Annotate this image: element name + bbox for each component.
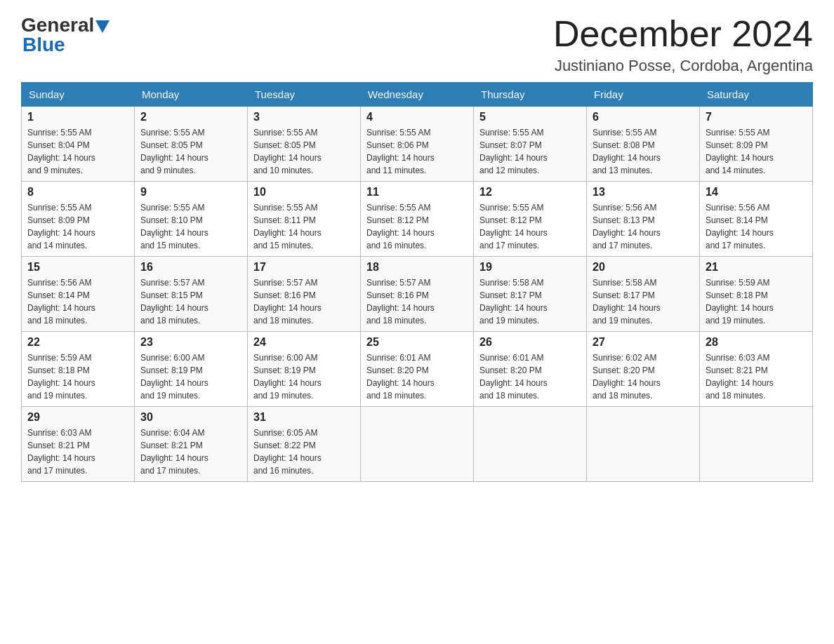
weekday-header-wednesday: Wednesday bbox=[361, 83, 474, 107]
day-number: 13 bbox=[593, 186, 694, 199]
day-number: 5 bbox=[479, 111, 581, 123]
weekday-header-tuesday: Tuesday bbox=[248, 83, 361, 107]
day-info: Sunrise: 5:58 AMSunset: 8:17 PMDaylight:… bbox=[593, 276, 694, 327]
logo-blue-text: Blue bbox=[22, 34, 65, 55]
day-number: 9 bbox=[140, 186, 241, 199]
day-info: Sunrise: 5:55 AMSunset: 8:10 PMDaylight:… bbox=[140, 201, 241, 252]
month-title: December 2024 bbox=[553, 14, 813, 54]
calendar-cell: 3Sunrise: 5:55 AMSunset: 8:05 PMDaylight… bbox=[248, 107, 361, 182]
calendar-cell bbox=[700, 407, 813, 482]
calendar-cell bbox=[474, 407, 587, 482]
calendar-cell: 20Sunrise: 5:58 AMSunset: 8:17 PMDayligh… bbox=[587, 257, 700, 332]
weekday-header-monday: Monday bbox=[135, 83, 248, 107]
calendar-cell: 6Sunrise: 5:55 AMSunset: 8:08 PMDaylight… bbox=[587, 107, 700, 182]
day-info: Sunrise: 5:55 AMSunset: 8:12 PMDaylight:… bbox=[366, 201, 468, 252]
day-info: Sunrise: 6:03 AMSunset: 8:21 PMDaylight:… bbox=[706, 351, 807, 402]
day-number: 25 bbox=[366, 336, 468, 349]
day-info: Sunrise: 5:57 AMSunset: 8:15 PMDaylight:… bbox=[140, 276, 241, 327]
day-number: 2 bbox=[140, 111, 241, 123]
day-info: Sunrise: 5:58 AMSunset: 8:17 PMDaylight:… bbox=[479, 276, 581, 327]
day-number: 29 bbox=[27, 411, 128, 424]
day-info: Sunrise: 5:55 AMSunset: 8:09 PMDaylight:… bbox=[706, 126, 807, 177]
calendar-table: SundayMondayTuesdayWednesdayThursdayFrid… bbox=[21, 82, 813, 482]
day-info: Sunrise: 5:55 AMSunset: 8:12 PMDaylight:… bbox=[479, 201, 581, 252]
logo-triangle-icon bbox=[95, 20, 110, 33]
calendar-week-row: 8Sunrise: 5:55 AMSunset: 8:09 PMDaylight… bbox=[22, 182, 813, 257]
day-number: 12 bbox=[479, 186, 581, 199]
day-number: 6 bbox=[593, 111, 694, 123]
day-number: 31 bbox=[253, 411, 355, 424]
calendar-cell: 15Sunrise: 5:56 AMSunset: 8:14 PMDayligh… bbox=[22, 257, 135, 332]
weekday-header-saturday: Saturday bbox=[700, 83, 813, 107]
calendar-header-row: SundayMondayTuesdayWednesdayThursdayFrid… bbox=[22, 83, 813, 107]
calendar-cell bbox=[587, 407, 700, 482]
calendar-cell: 30Sunrise: 6:04 AMSunset: 8:21 PMDayligh… bbox=[135, 407, 248, 482]
calendar-week-row: 29Sunrise: 6:03 AMSunset: 8:21 PMDayligh… bbox=[22, 407, 813, 482]
day-number: 11 bbox=[366, 186, 468, 199]
day-info: Sunrise: 6:03 AMSunset: 8:21 PMDaylight:… bbox=[27, 427, 128, 477]
calendar-cell: 10Sunrise: 5:55 AMSunset: 8:11 PMDayligh… bbox=[248, 182, 361, 257]
day-info: Sunrise: 6:01 AMSunset: 8:20 PMDaylight:… bbox=[479, 351, 581, 402]
calendar-cell: 16Sunrise: 5:57 AMSunset: 8:15 PMDayligh… bbox=[135, 257, 248, 332]
location-title: Justiniano Posse, Cordoba, Argentina bbox=[553, 57, 813, 75]
calendar-cell: 22Sunrise: 5:59 AMSunset: 8:18 PMDayligh… bbox=[22, 332, 135, 407]
calendar-cell: 23Sunrise: 6:00 AMSunset: 8:19 PMDayligh… bbox=[135, 332, 248, 407]
day-number: 24 bbox=[253, 336, 355, 349]
day-info: Sunrise: 5:55 AMSunset: 8:05 PMDaylight:… bbox=[140, 126, 241, 177]
day-info: Sunrise: 6:02 AMSunset: 8:20 PMDaylight:… bbox=[593, 351, 694, 402]
weekday-header-friday: Friday bbox=[587, 83, 700, 107]
day-info: Sunrise: 5:55 AMSunset: 8:07 PMDaylight:… bbox=[479, 126, 581, 177]
calendar-cell: 1Sunrise: 5:55 AMSunset: 8:04 PMDaylight… bbox=[22, 107, 135, 182]
day-info: Sunrise: 5:59 AMSunset: 8:18 PMDaylight:… bbox=[27, 351, 128, 402]
day-info: Sunrise: 5:55 AMSunset: 8:04 PMDaylight:… bbox=[27, 126, 128, 177]
title-area: December 2024 Justiniano Posse, Cordoba,… bbox=[553, 14, 813, 75]
day-number: 30 bbox=[140, 411, 241, 424]
calendar-cell: 18Sunrise: 5:57 AMSunset: 8:16 PMDayligh… bbox=[361, 257, 474, 332]
logo: General Blue bbox=[21, 14, 110, 56]
day-info: Sunrise: 5:56 AMSunset: 8:13 PMDaylight:… bbox=[593, 201, 694, 252]
calendar-cell: 31Sunrise: 6:05 AMSunset: 8:22 PMDayligh… bbox=[248, 407, 361, 482]
calendar-cell: 11Sunrise: 5:55 AMSunset: 8:12 PMDayligh… bbox=[361, 182, 474, 257]
calendar-cell: 29Sunrise: 6:03 AMSunset: 8:21 PMDayligh… bbox=[22, 407, 135, 482]
page-header: General Blue December 2024 Justiniano Po… bbox=[21, 14, 813, 75]
day-number: 27 bbox=[593, 336, 694, 349]
calendar-cell: 7Sunrise: 5:55 AMSunset: 8:09 PMDaylight… bbox=[700, 107, 813, 182]
calendar-cell: 13Sunrise: 5:56 AMSunset: 8:13 PMDayligh… bbox=[587, 182, 700, 257]
day-number: 8 bbox=[27, 186, 128, 199]
day-info: Sunrise: 6:01 AMSunset: 8:20 PMDaylight:… bbox=[366, 351, 468, 402]
calendar-week-row: 1Sunrise: 5:55 AMSunset: 8:04 PMDaylight… bbox=[22, 107, 813, 182]
day-number: 7 bbox=[706, 111, 807, 123]
day-info: Sunrise: 5:56 AMSunset: 8:14 PMDaylight:… bbox=[706, 201, 807, 252]
day-info: Sunrise: 6:00 AMSunset: 8:19 PMDaylight:… bbox=[253, 351, 355, 402]
day-info: Sunrise: 5:55 AMSunset: 8:05 PMDaylight:… bbox=[253, 126, 355, 177]
day-info: Sunrise: 5:57 AMSunset: 8:16 PMDaylight:… bbox=[366, 276, 468, 327]
day-number: 4 bbox=[366, 111, 468, 123]
calendar-cell: 25Sunrise: 6:01 AMSunset: 8:20 PMDayligh… bbox=[361, 332, 474, 407]
calendar-cell: 9Sunrise: 5:55 AMSunset: 8:10 PMDaylight… bbox=[135, 182, 248, 257]
calendar-cell bbox=[361, 407, 474, 482]
day-number: 28 bbox=[706, 336, 807, 349]
day-info: Sunrise: 5:55 AMSunset: 8:09 PMDaylight:… bbox=[27, 201, 128, 252]
calendar-cell: 19Sunrise: 5:58 AMSunset: 8:17 PMDayligh… bbox=[474, 257, 587, 332]
day-number: 14 bbox=[706, 186, 807, 199]
calendar-cell: 5Sunrise: 5:55 AMSunset: 8:07 PMDaylight… bbox=[474, 107, 587, 182]
calendar-cell: 4Sunrise: 5:55 AMSunset: 8:06 PMDaylight… bbox=[361, 107, 474, 182]
day-number: 17 bbox=[253, 261, 355, 274]
calendar-week-row: 22Sunrise: 5:59 AMSunset: 8:18 PMDayligh… bbox=[22, 332, 813, 407]
day-info: Sunrise: 5:55 AMSunset: 8:08 PMDaylight:… bbox=[593, 126, 694, 177]
day-number: 15 bbox=[27, 261, 128, 274]
day-info: Sunrise: 6:04 AMSunset: 8:21 PMDaylight:… bbox=[140, 427, 241, 477]
day-info: Sunrise: 5:55 AMSunset: 8:11 PMDaylight:… bbox=[253, 201, 355, 252]
day-number: 16 bbox=[140, 261, 241, 274]
weekday-header-sunday: Sunday bbox=[22, 83, 135, 107]
calendar-cell: 2Sunrise: 5:55 AMSunset: 8:05 PMDaylight… bbox=[135, 107, 248, 182]
day-number: 23 bbox=[140, 336, 241, 349]
day-number: 1 bbox=[27, 111, 128, 123]
calendar-cell: 8Sunrise: 5:55 AMSunset: 8:09 PMDaylight… bbox=[22, 182, 135, 257]
day-number: 18 bbox=[366, 261, 468, 274]
day-info: Sunrise: 5:59 AMSunset: 8:18 PMDaylight:… bbox=[706, 276, 807, 327]
calendar-cell: 26Sunrise: 6:01 AMSunset: 8:20 PMDayligh… bbox=[474, 332, 587, 407]
calendar-cell: 24Sunrise: 6:00 AMSunset: 8:19 PMDayligh… bbox=[248, 332, 361, 407]
weekday-header-thursday: Thursday bbox=[474, 83, 587, 107]
calendar-cell: 21Sunrise: 5:59 AMSunset: 8:18 PMDayligh… bbox=[700, 257, 813, 332]
